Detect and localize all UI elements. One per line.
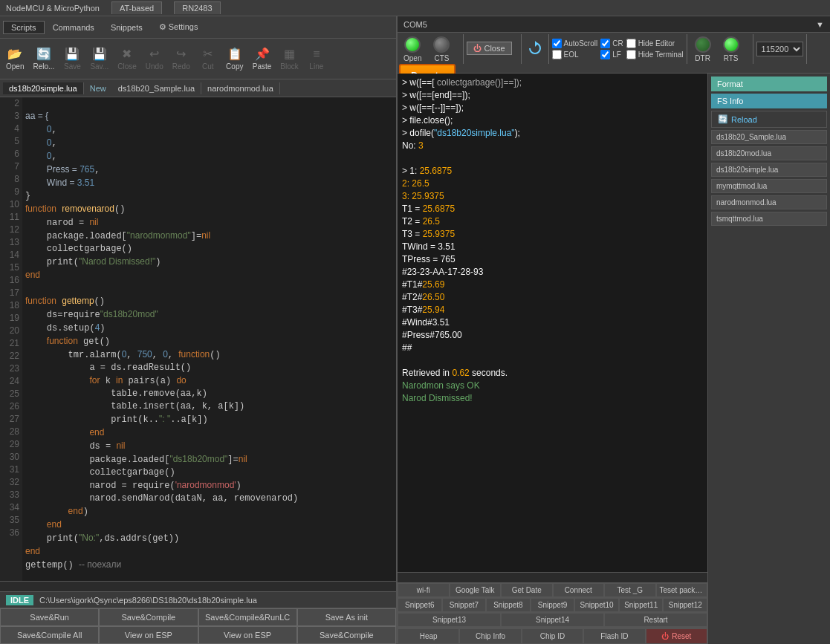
snippet-11[interactable]: Snippet11 bbox=[619, 598, 664, 612]
snippet-connect[interactable]: Connect bbox=[553, 583, 605, 597]
file-item-5[interactable]: tsmqttmod.lua bbox=[711, 212, 827, 226]
snippet-9[interactable]: Snippet9 bbox=[531, 598, 575, 612]
baud-rate-select[interactable]: 9600 19200 38400 57600 115200 230400 bbox=[756, 42, 803, 56]
code-editor[interactable]: 234567 8910111213 141516171819 202122232… bbox=[0, 97, 396, 581]
btn-line-label: Line bbox=[309, 62, 323, 71]
snippet-12[interactable]: Snippet12 bbox=[663, 598, 707, 612]
btn-save-compile-all[interactable]: Save&Compile All bbox=[0, 626, 99, 644]
snippet-14[interactable]: Snippet14 bbox=[501, 613, 604, 627]
btn-reload[interactable]: 🔄 Relo... bbox=[28, 45, 59, 72]
cut-icon: ✂ bbox=[203, 47, 213, 61]
close-port-icon: ⏻ Close bbox=[467, 42, 511, 55]
file-item-0[interactable]: ds18b20_Sample.lua bbox=[711, 130, 827, 144]
left-panel: Scripts Commands Snippets ⚙ Settings 📂 O… bbox=[0, 16, 398, 644]
btn-open[interactable]: 📂 Open bbox=[1, 45, 28, 72]
btn-chip-info[interactable]: Chip Info bbox=[459, 628, 521, 644]
btn-line[interactable]: ≡ Line bbox=[303, 46, 330, 72]
btn-flash-id[interactable]: Flash ID bbox=[583, 628, 645, 644]
tab-at-based[interactable]: AT-based bbox=[111, 1, 162, 14]
btn-undo[interactable]: ↩ Undo bbox=[141, 45, 168, 72]
com-port-label: COM5 bbox=[403, 20, 427, 29]
tab-rn2483[interactable]: RN2483 bbox=[174, 1, 220, 14]
redo-icon: ↪ bbox=[176, 47, 186, 61]
tab-settings[interactable]: ⚙ Settings bbox=[151, 20, 207, 34]
btn-save-compile-runlc[interactable]: Save&Compile&RunLC bbox=[198, 608, 297, 626]
file-item-3[interactable]: mymqttmod.lua bbox=[711, 179, 827, 193]
snippet-teset-pkgloaded[interactable]: Teset package.loaded bbox=[656, 583, 708, 597]
snippet-6[interactable]: Snippet6 bbox=[398, 598, 442, 612]
btn-dtr[interactable]: DTR bbox=[690, 35, 716, 64]
btn-redo[interactable]: ↪ Redo bbox=[168, 45, 195, 72]
btn-view-esp-1[interactable]: View on ESP bbox=[99, 626, 198, 644]
btn-rts[interactable]: RTS bbox=[719, 35, 744, 64]
rts-label: RTS bbox=[724, 54, 739, 62]
btn-cts[interactable]: CTS bbox=[429, 35, 454, 64]
btn-heap[interactable]: Heap bbox=[398, 628, 459, 644]
btn-save-compile-2[interactable]: Save&Compile bbox=[297, 626, 396, 644]
cb-eol[interactable]: EOL bbox=[552, 50, 598, 59]
snippets-area: wi-fi Google Talk Get Date Connect Test … bbox=[398, 582, 707, 628]
btn-cut[interactable]: ✂ Cut bbox=[195, 45, 221, 72]
snippet-7[interactable]: Snippet7 bbox=[442, 598, 487, 612]
line-icon: ≡ bbox=[313, 48, 320, 61]
cb-lf[interactable]: LF bbox=[600, 50, 623, 59]
cb-hide-editor[interactable]: Hide Editor bbox=[626, 39, 684, 48]
btn-save[interactable]: 💾 Save bbox=[59, 45, 85, 72]
cb-hide-terminal[interactable]: Hide Terminal bbox=[626, 50, 684, 59]
term-line-24: Narod Dismissed! bbox=[402, 392, 703, 405]
right-main: > w([==[ collectgarbage()]==]); > w([==[… bbox=[398, 74, 830, 644]
term-blank-2 bbox=[402, 354, 703, 367]
file-item-2[interactable]: ds18b20simple.lua bbox=[711, 163, 827, 177]
dtr-label: DTR bbox=[695, 54, 710, 62]
btn-refresh[interactable] bbox=[528, 41, 542, 58]
btn-paste[interactable]: 📌 Paste bbox=[248, 45, 276, 72]
snippet-13[interactable]: Snippet13 bbox=[398, 613, 501, 627]
tab-scripts[interactable]: Scripts bbox=[3, 21, 45, 34]
line-numbers: 234567 8910111213 141516171819 202122232… bbox=[0, 97, 22, 581]
btn-save-run[interactable]: Save&Run bbox=[0, 608, 99, 626]
term-line-2: > w([==[end]==]); bbox=[402, 89, 703, 102]
term-line-23: Narodmon says OK bbox=[402, 380, 703, 392]
cb-autoscroll[interactable]: AutoScroll bbox=[552, 39, 598, 48]
snippet-10[interactable]: Snippet10 bbox=[574, 598, 619, 612]
snippet-restart[interactable]: Restart bbox=[604, 613, 707, 627]
save-as-icon: 💾 bbox=[92, 47, 107, 61]
btn-chip-id[interactable]: Chip ID bbox=[522, 628, 583, 644]
snippet-test-g[interactable]: Test _G bbox=[604, 583, 656, 597]
term-line-1: > w([==[ collectgarbage()]==]); bbox=[402, 77, 703, 89]
terminal-output[interactable]: > w([==[ collectgarbage()]==]); > w([==[… bbox=[398, 74, 707, 572]
tab-commands[interactable]: Commands bbox=[45, 21, 103, 34]
snippet-8[interactable]: Snippet8 bbox=[486, 598, 531, 612]
file-item-4[interactable]: narodmonmod.lua bbox=[711, 195, 827, 209]
btn-format[interactable]: Format bbox=[711, 77, 827, 91]
cts-label: CTS bbox=[434, 54, 449, 62]
btn-open-port[interactable]: Open bbox=[399, 35, 426, 64]
btn-save-compile[interactable]: Save&Compile bbox=[99, 608, 198, 626]
tab-snippets[interactable]: Snippets bbox=[103, 21, 151, 34]
file-item-1[interactable]: ds18b20mod.lua bbox=[711, 146, 827, 160]
cb-cr[interactable]: CR bbox=[600, 39, 623, 48]
file-tab-narodmon[interactable]: narodmonmod.lua bbox=[201, 82, 280, 94]
snippet-googletalk[interactable]: Google Talk bbox=[450, 583, 502, 597]
reset-label: Reset bbox=[672, 632, 691, 640]
btn-save-as[interactable]: 💾 Sav... bbox=[85, 45, 113, 72]
btn-save-as-init[interactable]: Save As init bbox=[297, 608, 396, 626]
code-content[interactable]: aa = { 0, 0, 0, Press = 765, Wind = 3.51… bbox=[22, 97, 396, 581]
h-scroll-left[interactable] bbox=[0, 581, 396, 591]
snippet-getdate[interactable]: Get Date bbox=[501, 583, 553, 597]
btn-copy[interactable]: 📋 Copy bbox=[221, 45, 248, 72]
com-dropdown-icon[interactable]: ▼ bbox=[816, 20, 824, 29]
btn-close-port[interactable]: ⏻ Close bbox=[467, 42, 511, 56]
file-tab-sample[interactable]: ds18b20_Sample.lua bbox=[112, 82, 201, 94]
file-tab-new[interactable]: New bbox=[84, 82, 112, 94]
h-scroll-terminal[interactable] bbox=[398, 572, 707, 582]
file-tab-active[interactable]: ds18b20simple.lua bbox=[3, 82, 84, 94]
snippet-wifi[interactable]: wi-fi bbox=[398, 583, 450, 597]
term-line-12: T3 = 25.9375 bbox=[402, 228, 703, 241]
btn-block[interactable]: ▦ Block bbox=[276, 45, 302, 72]
btn-fs-info[interactable]: FS Info bbox=[711, 94, 827, 108]
btn-reload-files[interactable]: 🔄 Reload bbox=[711, 111, 827, 128]
btn-view-esp-2[interactable]: View on ESP bbox=[198, 626, 297, 644]
btn-reset[interactable]: ⏻ Reset bbox=[646, 628, 707, 644]
btn-close[interactable]: ✖ Close bbox=[113, 45, 141, 72]
